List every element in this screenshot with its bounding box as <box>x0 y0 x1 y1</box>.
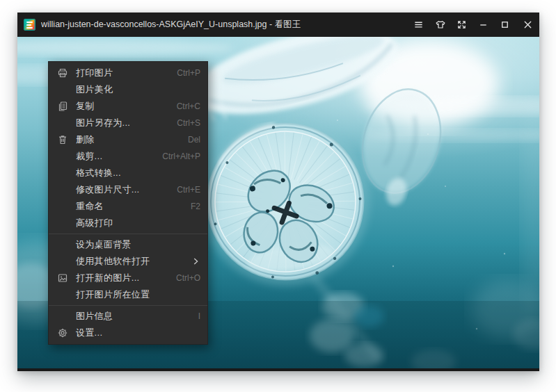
menu-item-label: 图片美化 <box>76 83 200 96</box>
menu-item-label: 复制 <box>76 100 171 113</box>
menu-item-label: 设为桌面背景 <box>76 238 200 251</box>
menu-item-shortcut: Del <box>188 135 200 145</box>
menu-item-label: 设置... <box>76 327 200 339</box>
menu-item-beautify-image[interactable]: 图片美化 <box>49 81 207 98</box>
menu-item-open-new-image[interactable]: 打开新的图片...Ctrl+O <box>49 270 207 286</box>
menu-item-label: 重命名 <box>76 200 185 213</box>
close-icon[interactable] <box>516 13 539 37</box>
app-logo-icon <box>24 19 35 31</box>
menu-item-shortcut: Ctrl+O <box>176 273 200 283</box>
menu-item-open-with-other-app[interactable]: 使用其他软件打开 <box>49 253 207 270</box>
menu-item-rename[interactable]: 重命名F2 <box>49 198 207 215</box>
context-menu: 打印图片Ctrl+P图片美化复制Ctrl+C图片另存为...Ctrl+S删除De… <box>48 61 208 345</box>
menu-item-shortcut: F2 <box>191 202 200 211</box>
hamburger-menu-icon[interactable] <box>408 13 429 37</box>
menu-item-resize-image[interactable]: 修改图片尺寸...Ctrl+E <box>49 181 207 198</box>
menu-item-label: 打开图片所在位置 <box>76 288 200 301</box>
trash-icon <box>57 134 76 145</box>
menu-separator <box>49 234 207 234</box>
menu-item-label: 打印图片 <box>76 67 171 79</box>
menu-separator <box>49 305 207 306</box>
menu-item-crop[interactable]: 裁剪...Ctrl+Alt+P <box>49 148 207 165</box>
menu-item-copy[interactable]: 复制Ctrl+C <box>49 98 207 115</box>
menu-item-shortcut: Ctrl+Alt+P <box>162 152 200 161</box>
menu-item-label: 删除 <box>76 133 182 146</box>
window-title: willian-justen-de-vasconcellos-ASKGjAeIY… <box>41 19 301 31</box>
menu-item-label: 格式转换... <box>76 167 200 179</box>
menu-item-format-convert[interactable]: 格式转换... <box>49 165 207 181</box>
fullscreen-icon[interactable] <box>451 13 472 37</box>
menu-item-save-image-as[interactable]: 图片另存为...Ctrl+S <box>49 115 207 131</box>
menu-item-advanced-print[interactable]: 高级打印 <box>49 215 207 231</box>
menu-item-delete[interactable]: 删除Del <box>49 131 207 148</box>
titlebar[interactable]: willian-justen-de-vasconcellos-ASKGjAeIY… <box>17 13 539 37</box>
maximize-icon[interactable] <box>494 13 516 37</box>
menu-item-label: 打开新的图片... <box>76 272 170 284</box>
menu-item-set-as-wallpaper[interactable]: 设为桌面背景 <box>49 236 207 253</box>
copy-icon <box>57 101 76 112</box>
menu-item-shortcut: Ctrl+C <box>177 101 200 111</box>
gear-icon <box>57 327 76 338</box>
menu-item-print-image[interactable]: 打印图片Ctrl+P <box>49 65 207 81</box>
menu-item-label: 高级打印 <box>76 217 200 229</box>
chevron-right-icon <box>191 256 200 266</box>
menu-item-shortcut: Ctrl+E <box>177 185 200 195</box>
menu-item-shortcut: Ctrl+S <box>177 118 200 128</box>
printer-icon <box>57 67 76 79</box>
menu-item-shortcut: Ctrl+P <box>177 68 200 78</box>
menu-item-label: 图片信息 <box>76 310 193 322</box>
menu-item-label: 裁剪... <box>76 150 157 163</box>
menu-item-open-file-location[interactable]: 打开图片所在位置 <box>49 286 207 303</box>
menu-item-settings[interactable]: 设置... <box>49 325 207 341</box>
image-icon <box>57 272 76 284</box>
menu-item-label: 使用其他软件打开 <box>76 255 185 268</box>
menu-item-shortcut: I <box>198 311 200 321</box>
minimize-icon[interactable] <box>472 13 494 37</box>
menu-item-image-info[interactable]: 图片信息I <box>49 308 207 325</box>
tshirt-skin-icon[interactable] <box>429 13 451 37</box>
menu-item-label: 修改图片尺寸... <box>76 183 171 196</box>
menu-item-label: 图片另存为... <box>76 117 171 129</box>
